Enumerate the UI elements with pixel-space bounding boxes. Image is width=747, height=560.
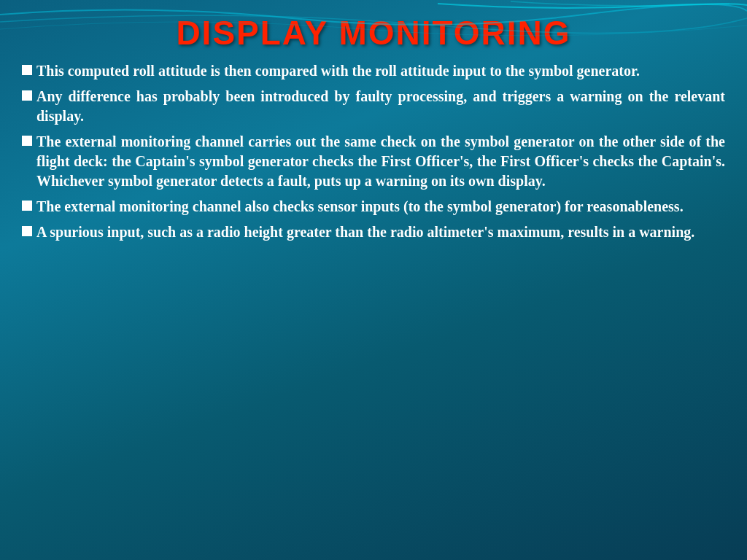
bullet-text-3: The external monitoring channel carries … xyxy=(36,132,725,191)
bullet-item-5: A spurious input, such as a radio height… xyxy=(22,222,725,242)
bullet-square-5 xyxy=(22,226,32,236)
content-area: This computed roll attitude is then comp… xyxy=(22,61,725,248)
slide: DISPLAY MONITORING This computed roll at… xyxy=(0,0,747,560)
bullet-item-3: The external monitoring channel carries … xyxy=(22,132,725,191)
slide-title: DISPLAY MONITORING xyxy=(22,13,725,52)
bullet-square-2 xyxy=(22,90,32,101)
bullet-text-5: A spurious input, such as a radio height… xyxy=(36,222,725,242)
bullet-square-4 xyxy=(22,201,32,211)
bullet-square-3 xyxy=(22,136,32,146)
bullet-item-4: The external monitoring channel also che… xyxy=(22,197,725,217)
bullet-text-2: Any difference has probably been introdu… xyxy=(36,87,725,126)
bullet-item-1: This computed roll attitude is then comp… xyxy=(22,61,725,81)
bullet-text-4: The external monitoring channel also che… xyxy=(36,197,725,217)
title-container: DISPLAY MONITORING xyxy=(22,13,725,52)
bullet-square-1 xyxy=(22,65,32,75)
bullet-item-2: Any difference has probably been introdu… xyxy=(22,87,725,126)
bullet-text-1: This computed roll attitude is then comp… xyxy=(36,61,725,81)
